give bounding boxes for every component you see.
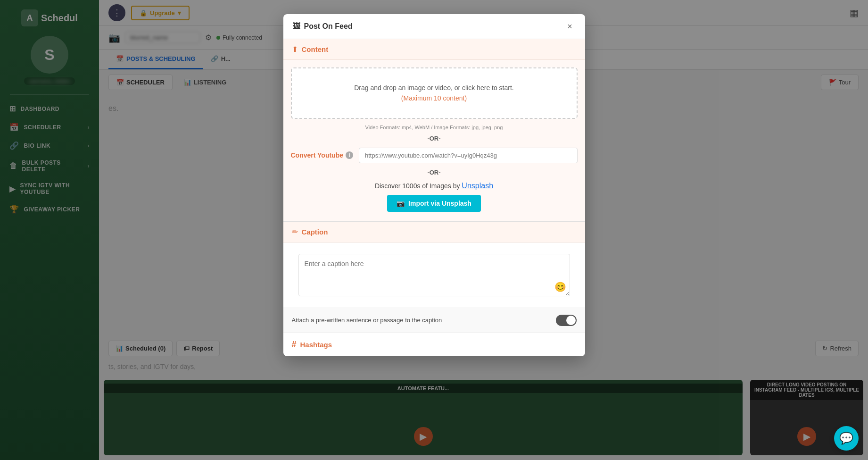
content-section-header: ⬆ Content — [283, 39, 585, 60]
import-unsplash-button[interactable]: 📷 Import via Unsplash — [387, 195, 481, 212]
emoji-picker-icon[interactable]: 😊 — [554, 281, 566, 293]
caption-textarea[interactable] — [298, 254, 570, 296]
hashtags-title: Hashtags — [300, 341, 332, 349]
or-divider-1: -OR- — [291, 135, 578, 142]
chat-support-button[interactable]: 💬 — [834, 426, 859, 451]
content-section-title: Content — [302, 45, 329, 53]
hashtag-icon: # — [292, 340, 297, 350]
chat-icon: 💬 — [839, 432, 853, 445]
caption-section-title: Caption — [302, 228, 328, 236]
attach-passage-label: Attach a pre-written sentence or passage… — [292, 317, 442, 324]
unsplash-row: Discover 1000s of Images by Unsplash — [291, 182, 578, 190]
camera-icon: 📷 — [397, 200, 405, 207]
file-drop-zone[interactable]: Drag and drop an image or video, or clic… — [291, 67, 578, 119]
post-on-feed-modal: 🖼 Post On Feed × ⬆ Content Drag and drop… — [283, 14, 585, 356]
caption-textarea-wrap: 😊 — [291, 254, 578, 296]
modal-header: 🖼 Post On Feed × — [283, 14, 585, 39]
content-section-body: Drag and drop an image or video, or clic… — [283, 60, 585, 221]
caption-section-header: ✏ Caption — [283, 221, 585, 243]
youtube-url-input[interactable] — [359, 148, 578, 163]
format-text: Video Formats: mp4, WebM / Image Formats… — [291, 125, 578, 130]
edit-icon: ✏ — [292, 227, 298, 236]
convert-youtube-row: Convert Youtube i — [291, 148, 578, 163]
convert-youtube-info-icon[interactable]: i — [346, 151, 353, 159]
convert-youtube-label: Convert Youtube i — [291, 151, 354, 159]
upload-icon: ⬆ — [292, 45, 298, 54]
drop-zone-text: Drag and drop an image or video, or clic… — [301, 83, 567, 104]
hashtags-section[interactable]: # Hashtags — [283, 333, 585, 356]
attach-toggle[interactable] — [556, 315, 577, 326]
or-divider-2: -OR- — [291, 169, 578, 176]
unsplash-link[interactable]: Unsplash — [462, 182, 493, 190]
attach-passage-row: Attach a pre-written sentence or passage… — [283, 308, 585, 333]
unsplash-text: Discover 1000s of Images by — [375, 182, 462, 190]
drop-zone-limit: (Maximum 10 content) — [401, 94, 467, 102]
modal-close-button[interactable]: × — [564, 21, 576, 32]
caption-body: 😊 — [283, 243, 585, 308]
modal-title-icon: 🖼 — [293, 22, 300, 31]
modal-title: 🖼 Post On Feed — [293, 22, 353, 31]
